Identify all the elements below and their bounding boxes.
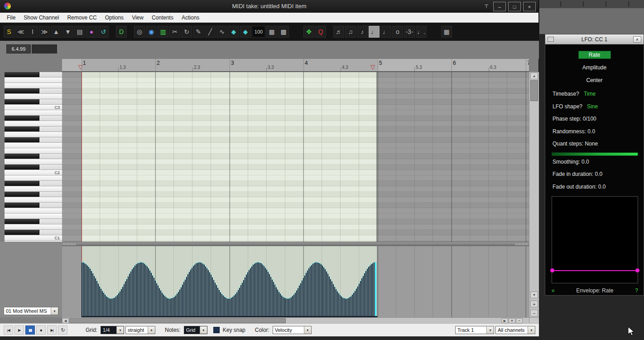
cc-bar[interactable] bbox=[342, 297, 343, 316]
cc-bar[interactable] bbox=[360, 281, 361, 316]
cc-bar[interactable] bbox=[336, 289, 336, 316]
note-triplet-button[interactable]: -3- bbox=[404, 26, 415, 38]
cc-bar[interactable] bbox=[170, 298, 171, 316]
cc-bar[interactable] bbox=[129, 273, 130, 316]
cc-lane-select[interactable]: 01 Mod Wheel MS bbox=[4, 307, 58, 315]
curve-tool-button[interactable]: ∿ bbox=[216, 26, 227, 38]
piano-key-cs1[interactable] bbox=[5, 230, 62, 235]
cc-bar[interactable] bbox=[325, 269, 326, 316]
cc-bar[interactable] bbox=[272, 279, 273, 316]
grid-fine-button[interactable]: ▩ bbox=[278, 26, 289, 38]
cc-bar[interactable] bbox=[190, 269, 191, 316]
cc-bar[interactable] bbox=[345, 298, 346, 316]
cc-bar[interactable] bbox=[204, 264, 205, 316]
cc-bar[interactable] bbox=[133, 267, 134, 316]
cc-bar[interactable] bbox=[346, 298, 347, 316]
cc-bar[interactable] bbox=[189, 272, 190, 316]
cc-bar[interactable] bbox=[280, 293, 281, 316]
transport-pause-button[interactable]: ▮▮ bbox=[25, 325, 35, 335]
event-list-button[interactable]: ▤ bbox=[74, 26, 85, 38]
cc-bar[interactable] bbox=[198, 262, 199, 316]
cc-bar[interactable] bbox=[338, 293, 339, 316]
cc-bar[interactable] bbox=[247, 272, 248, 316]
piano-key-e3[interactable] bbox=[5, 83, 62, 88]
go-start-button[interactable]: ≪ bbox=[15, 26, 26, 38]
piano-key-f2[interactable] bbox=[5, 143, 62, 148]
cc-bar[interactable] bbox=[340, 295, 341, 316]
cc-bar[interactable] bbox=[114, 297, 115, 316]
cc-bar[interactable] bbox=[96, 281, 97, 316]
cc-bar[interactable] bbox=[258, 262, 259, 316]
cc-bar[interactable] bbox=[355, 291, 356, 316]
cc-bar[interactable] bbox=[177, 293, 178, 316]
cc-bar[interactable] bbox=[220, 292, 221, 316]
piano-key-b2[interactable] bbox=[5, 110, 62, 116]
piano-key-b1[interactable] bbox=[5, 175, 62, 181]
cc-bar[interactable] bbox=[352, 294, 353, 316]
cc-bar[interactable] bbox=[103, 292, 104, 316]
cc-bar[interactable] bbox=[357, 286, 358, 316]
cc-bar[interactable] bbox=[159, 288, 160, 316]
cc-bar[interactable] bbox=[279, 291, 279, 316]
cc-bar[interactable] bbox=[115, 296, 116, 316]
cc-bar[interactable] bbox=[334, 287, 335, 316]
cc-bar[interactable] bbox=[319, 263, 320, 316]
cc-bar[interactable] bbox=[183, 282, 184, 316]
cc-bar[interactable] bbox=[216, 285, 217, 316]
cc-bar[interactable] bbox=[364, 273, 365, 316]
piano-key-f1[interactable] bbox=[5, 208, 62, 214]
cc-bar[interactable] bbox=[166, 297, 167, 316]
piano-key-gs1[interactable] bbox=[5, 192, 62, 197]
cc-bar[interactable] bbox=[291, 297, 292, 316]
lfo-envelope-display[interactable] bbox=[552, 196, 638, 283]
insert-cursor-button[interactable]: I bbox=[27, 26, 38, 38]
piano-key-ds1[interactable] bbox=[5, 219, 62, 224]
cc-bar[interactable] bbox=[266, 269, 267, 316]
menu-item-view[interactable]: View bbox=[128, 15, 148, 21]
cc-bar[interactable] bbox=[314, 262, 315, 316]
cc-bar[interactable] bbox=[98, 283, 99, 316]
cc-bar[interactable] bbox=[211, 274, 211, 316]
cc-bar[interactable] bbox=[245, 277, 245, 316]
cc-bar[interactable] bbox=[147, 266, 148, 316]
reverse-button[interactable]: ↻ bbox=[181, 26, 192, 38]
cc-bar[interactable] bbox=[242, 282, 243, 316]
cc-bar[interactable] bbox=[84, 263, 85, 316]
cc-bar[interactable] bbox=[168, 298, 169, 316]
cc-bar[interactable] bbox=[120, 291, 120, 316]
cc-bar[interactable] bbox=[341, 296, 342, 316]
cc-bar[interactable] bbox=[288, 298, 289, 316]
cc-bar[interactable] bbox=[273, 282, 274, 316]
cc-bar[interactable] bbox=[215, 282, 216, 316]
transport-go-end-button[interactable]: ▶| bbox=[47, 325, 57, 335]
cc-bar[interactable] bbox=[173, 297, 173, 316]
piano-key-g1[interactable] bbox=[5, 197, 62, 203]
cc-bar[interactable] bbox=[143, 262, 144, 316]
cc-bar[interactable] bbox=[264, 266, 264, 316]
cc-bar[interactable] bbox=[367, 268, 368, 316]
cc-bar[interactable] bbox=[296, 290, 297, 316]
cc-bar[interactable] bbox=[83, 262, 84, 316]
cc-bar[interactable] bbox=[209, 272, 210, 316]
prev-node-button[interactable]: ◆ bbox=[228, 26, 239, 38]
cc-bar[interactable] bbox=[117, 295, 118, 316]
hzoom-in-button[interactable] bbox=[509, 318, 515, 323]
cc-bar[interactable] bbox=[92, 273, 93, 316]
cc-bar[interactable] bbox=[90, 268, 91, 316]
piano-key-e2[interactable] bbox=[5, 148, 62, 154]
cc-bar[interactable] bbox=[283, 296, 284, 316]
cc-bar[interactable] bbox=[254, 263, 255, 316]
transport-stop-button[interactable]: ■ bbox=[36, 325, 46, 335]
cc-bar[interactable] bbox=[95, 278, 96, 316]
piano-key-e1[interactable] bbox=[5, 214, 62, 219]
lfo-rate-button[interactable]: Rate bbox=[578, 51, 611, 59]
cc-bar[interactable] bbox=[277, 289, 278, 316]
lfo-field-phase-step-0-100[interactable]: Phase step: 0/100 bbox=[553, 116, 638, 122]
piano-key-cs3[interactable] bbox=[5, 99, 62, 105]
cc-bar[interactable] bbox=[164, 296, 165, 316]
cc-bar[interactable] bbox=[205, 266, 206, 316]
cc-bar[interactable] bbox=[326, 271, 327, 316]
cc-bar[interactable] bbox=[171, 298, 172, 316]
midi-item-region[interactable] bbox=[82, 72, 377, 242]
cc-lane[interactable] bbox=[62, 246, 529, 317]
